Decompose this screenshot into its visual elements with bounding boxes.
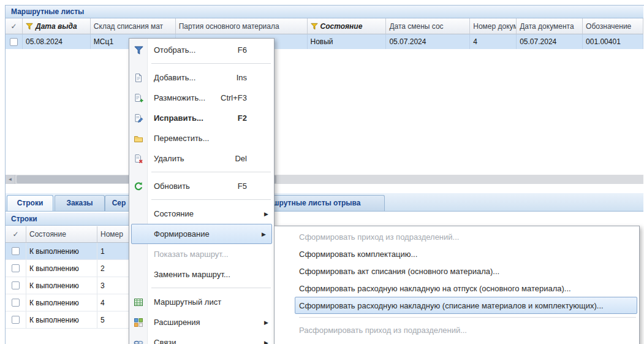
menu-item[interactable]: Расширения▶ bbox=[129, 312, 274, 332]
menu-item[interactable]: Заменить маршрут... bbox=[129, 264, 274, 285]
menu-item-label: Сформировать расходную накладную на отпу… bbox=[299, 284, 571, 293]
menu-shortcut: Del bbox=[235, 154, 247, 163]
menu-separator bbox=[151, 63, 271, 64]
top-panel-header: Маршрутные листы bbox=[6, 6, 643, 18]
row-select-cell bbox=[6, 260, 26, 277]
formirovanie-submenu: Сформировать приход из подразделений...С… bbox=[274, 226, 640, 344]
menu-item-label: Формирование bbox=[154, 229, 210, 239]
menu-item[interactable]: Маршрутный лист bbox=[129, 292, 274, 312]
column-header-label: Дата документа bbox=[520, 22, 574, 31]
move-folder-icon bbox=[134, 134, 143, 143]
column-header[interactable]: Дата документа bbox=[517, 18, 583, 34]
column-header-label: Состояние bbox=[320, 22, 363, 31]
menu-item[interactable]: Переместить... bbox=[129, 128, 274, 148]
menu-item-label: Показать маршрут... bbox=[154, 250, 229, 259]
column-header[interactable]: Дата смены сос bbox=[386, 18, 470, 34]
menu-item-label: Удалить bbox=[154, 154, 184, 163]
menu-shortcut: F5 bbox=[238, 182, 247, 191]
menu-item-label: Обновить bbox=[154, 182, 190, 191]
menu-item-label: Заменить маршрут... bbox=[154, 270, 230, 279]
row-cell: 001.00401 bbox=[583, 34, 643, 49]
horizontal-scrollbar[interactable]: ◄ bbox=[6, 175, 643, 184]
menu-item[interactable]: Сформировать акт списания (основного мат… bbox=[275, 262, 639, 280]
filter-funnel-icon bbox=[311, 23, 318, 30]
row-cell: 05.07.2024 bbox=[386, 34, 470, 49]
menu-item[interactable]: Формирование▶ bbox=[131, 224, 272, 244]
menu-separator bbox=[151, 172, 271, 172]
row-checkbox[interactable] bbox=[12, 247, 20, 255]
menu-item[interactable]: Добавить...Ins bbox=[129, 67, 274, 88]
menu-shortcut: Ins bbox=[237, 73, 247, 82]
state-cell: К выполнению bbox=[26, 243, 97, 259]
menu-item[interactable]: Размножить...Ctrl+F3 bbox=[129, 88, 274, 108]
menu-item[interactable]: УдалитьDel bbox=[129, 148, 274, 169]
row-checkbox[interactable] bbox=[12, 299, 20, 307]
submenu-arrow-icon: ▶ bbox=[264, 211, 268, 217]
menu-item[interactable]: Исправить...F2 bbox=[129, 108, 274, 128]
select-all-column-header: ✓ bbox=[6, 18, 23, 34]
menu-item[interactable]: Сформировать комплектацию... bbox=[275, 245, 639, 262]
top-grid-header: ✓Дата выдаСклад списания матПартия основ… bbox=[6, 18, 643, 34]
menu-item: Расформировать приход из подразделений..… bbox=[275, 321, 639, 338]
edit-document-icon bbox=[134, 113, 143, 123]
menu-item-label: Сформировать расходную накладную (списан… bbox=[299, 301, 604, 310]
menu-item[interactable]: Сформировать расходную накладную на отпу… bbox=[275, 280, 639, 297]
delete-document-icon bbox=[134, 154, 143, 164]
row-cell: 05.07.2024 bbox=[517, 34, 583, 49]
column-header[interactable]: Склад списания мат bbox=[91, 18, 176, 34]
row-cell: Новый bbox=[308, 34, 387, 49]
row-cell: 4 bbox=[470, 34, 517, 49]
tab-stroki[interactable]: Строки bbox=[7, 195, 53, 211]
row-checkbox[interactable] bbox=[10, 38, 18, 46]
column-header[interactable]: Номер докум bbox=[470, 18, 517, 34]
menu-item-label: Размножить... bbox=[154, 93, 205, 102]
menu-item-label: Состояние bbox=[154, 209, 194, 218]
bottom-tabs-strip: СтрокиЗаказыСерМаршрутные листы отрыва bbox=[6, 193, 643, 212]
row-checkbox[interactable] bbox=[12, 281, 20, 289]
menu-shortcut: Ctrl+F3 bbox=[221, 93, 247, 102]
menu-item[interactable]: Отобрать...F6 bbox=[129, 40, 274, 60]
menu-item[interactable]: Сформировать расходную накладную (списан… bbox=[295, 297, 637, 314]
menu-item: Показать маршрут... bbox=[129, 244, 274, 264]
menu-item-label: Отобрать... bbox=[154, 45, 195, 55]
state-cell: К выполнению bbox=[26, 294, 97, 311]
bottom-panel-title: Строки bbox=[11, 215, 37, 223]
column-header[interactable]: Состояние bbox=[26, 226, 97, 243]
column-header[interactable]: Состояние bbox=[308, 18, 387, 34]
scroll-left-icon[interactable]: ◄ bbox=[6, 175, 15, 184]
extensions-icon bbox=[134, 318, 143, 327]
tab-zakazy[interactable]: Заказы bbox=[55, 195, 105, 211]
menu-item[interactable]: ОбновитьF5 bbox=[129, 176, 274, 196]
column-header-label: Склад списания мат bbox=[94, 22, 163, 31]
menu-item[interactable]: Связи▶ bbox=[129, 332, 274, 344]
refresh-icon bbox=[134, 182, 143, 191]
column-header[interactable]: Обозначение bbox=[583, 18, 643, 34]
menu-item-label: Добавить... bbox=[154, 73, 195, 82]
menu-item-label: Переместить... bbox=[154, 134, 209, 143]
column-header-label: Обозначение bbox=[586, 22, 631, 31]
menu-item-label: Расширения bbox=[154, 318, 200, 327]
menu-shortcut: F6 bbox=[238, 45, 247, 55]
context-menu: Отобрать...F6Добавить...InsРазмножить...… bbox=[129, 38, 275, 344]
submenu-arrow-icon: ▶ bbox=[264, 319, 268, 326]
menu-item-label: Расформировать приход из подразделений..… bbox=[299, 326, 467, 335]
row-checkbox[interactable] bbox=[12, 264, 20, 272]
column-header[interactable]: Партия основного материала bbox=[176, 18, 308, 34]
row-cell: 05.08.2024 bbox=[23, 34, 91, 49]
table-row[interactable]: 05.08.2024МСц1Новый05.07.2024405.07.2024… bbox=[6, 34, 643, 49]
filter-icon bbox=[134, 45, 143, 55]
filter-funnel-icon bbox=[26, 23, 33, 30]
submenu-arrow-icon: ▶ bbox=[262, 231, 266, 237]
menu-item[interactable]: Состояние▶ bbox=[129, 204, 274, 224]
row-select-cell bbox=[6, 312, 26, 328]
menu-item-label: Сформировать приход из подразделений... bbox=[299, 232, 459, 242]
duplicate-document-icon bbox=[134, 93, 143, 103]
menu-item-label: Сформировать акт списания (основного мат… bbox=[299, 267, 499, 276]
menu-item-label: Маршрутный лист bbox=[154, 297, 221, 307]
column-header[interactable]: Дата выда bbox=[23, 18, 91, 34]
route-sheet-icon bbox=[134, 297, 143, 307]
add-document-icon bbox=[134, 73, 143, 83]
state-cell: К выполнению bbox=[26, 260, 97, 277]
state-cell: К выполнению bbox=[26, 312, 97, 328]
row-checkbox[interactable] bbox=[12, 316, 20, 324]
